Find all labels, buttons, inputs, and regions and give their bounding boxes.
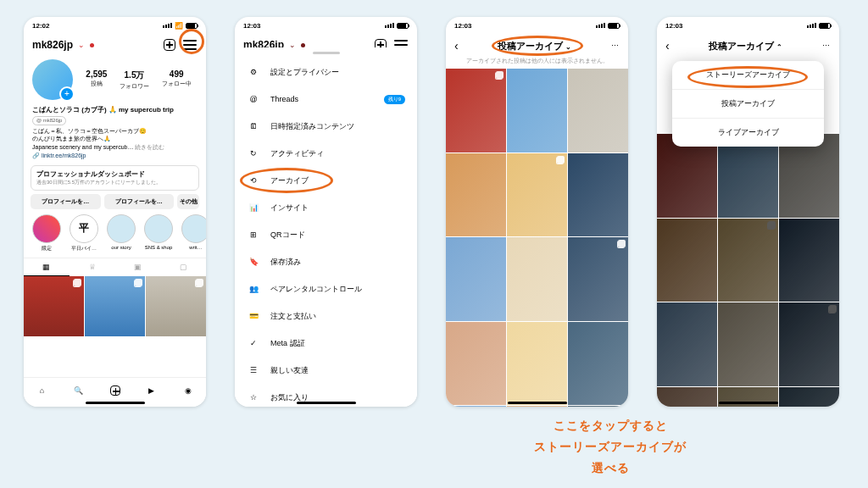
archive-title[interactable]: 投稿アーカイブ ⌃	[675, 40, 817, 53]
qr-icon: ⊞	[247, 228, 260, 241]
clock: 12:02	[32, 22, 49, 30]
share-profile-button[interactable]: プロフィールを…	[104, 194, 175, 209]
bio: こばんとソラコ (カブ子) 🙏 my supercub trip @ mk826…	[24, 103, 206, 162]
archive-thumb[interactable]	[657, 219, 717, 302]
archive-thumb[interactable]	[718, 219, 778, 302]
archive-thumb[interactable]	[779, 302, 839, 386]
menu-activity[interactable]: ↻アクティビティ	[235, 140, 417, 167]
statusbar: 12:02 📶	[24, 17, 206, 34]
verified-icon: ✓	[247, 336, 260, 350]
pro-dashboard[interactable]: プロフェッショナルダッシュボード 過去30日間に5.5万件のアカウントにリーチし…	[31, 165, 199, 191]
archive-thumb[interactable]	[718, 302, 778, 386]
search-icon: 🔍	[71, 383, 86, 398]
archive-thumb[interactable]	[568, 406, 628, 407]
more-button[interactable]: その他	[177, 194, 199, 209]
gear-icon: ⚙	[247, 65, 260, 79]
back-icon[interactable]: ‹	[454, 39, 459, 53]
create-button[interactable]	[162, 37, 177, 53]
threads-icon: @	[247, 92, 260, 106]
menu-orders[interactable]: 💳注文と支払い	[235, 302, 417, 330]
bookmark-icon: 🔖	[247, 255, 260, 269]
stats[interactable]: 2,595投稿 1.5万フォロワー 499フォロー中	[80, 69, 198, 91]
profile-icon: ◉	[181, 383, 196, 398]
archive-thumb[interactable]	[568, 69, 628, 152]
guides-tab-icon: ▣	[115, 258, 161, 276]
screen-profile: 12:02 📶 mk826jp ⌄ 2,595投稿 1.5万フォロワー 499フ…	[24, 17, 206, 407]
more-icon[interactable]: ⋯	[822, 42, 831, 50]
menu-threads[interactable]: @Threads残り9	[235, 86, 417, 113]
archive-thumb[interactable]	[657, 387, 717, 407]
archive-thumb[interactable]	[446, 69, 506, 152]
menu-qr[interactable]: ⊞QRコード	[235, 221, 417, 248]
archive-thumb[interactable]	[507, 406, 567, 407]
profile-header: mk826jp ⌄	[24, 34, 206, 56]
archive-thumb[interactable]	[779, 219, 839, 302]
archive-grid-dim	[657, 134, 839, 407]
menu-button[interactable]	[182, 37, 198, 53]
menu-meta[interactable]: ✓Meta 認証	[235, 330, 417, 357]
menu-sheet: ⚙設定とプライバシー @Threads残り9 🗓日時指定済みコンテンツ ↻アクテ…	[235, 47, 417, 407]
family-icon: 👥	[247, 282, 260, 296]
insights-icon: 📊	[247, 201, 260, 214]
bio-link[interactable]: 🔗 linktr.ee/mk826jp	[32, 152, 86, 158]
archive-thumb[interactable]	[446, 406, 506, 407]
create-icon	[108, 383, 123, 398]
archive-icon: ⟲	[247, 174, 260, 187]
grid-tab-icon: ▦	[24, 258, 70, 276]
archive-subtitle: アーカイブされた投稿は他の人には表示されません。	[446, 58, 628, 69]
archive-thumb[interactable]	[779, 387, 839, 407]
tagged-tab-icon: ▢	[160, 258, 206, 276]
archive-thumb[interactable]	[446, 153, 506, 237]
menu-settings[interactable]: ⚙設定とプライバシー	[235, 58, 417, 86]
screen-archive-dropdown: 12:03 ‹ 投稿アーカイブ ⌃ ⋯ ストーリーズアーカイブ 投稿アーカイブ …	[657, 17, 839, 407]
annotation-caption: ここをタップすると ストーリーズアーカイブが 選べる	[441, 415, 780, 480]
highlights-row[interactable]: 限定 平平日バイ… our story SNS & shop writ…	[24, 209, 206, 258]
archive-thumb[interactable]	[507, 69, 567, 152]
avatar[interactable]	[32, 59, 73, 100]
archive-dropdown: ストーリーズアーカイブ 投稿アーカイブ ライブアーカイブ	[672, 61, 824, 147]
reels-icon: ▶	[144, 383, 159, 398]
archive-grid[interactable]	[446, 69, 628, 407]
menu-saved[interactable]: 🔖保存済み	[235, 248, 417, 275]
menu-archive[interactable]: ⟲アーカイブ	[235, 167, 417, 194]
menu-close-friends[interactable]: ☰親しい友達	[235, 357, 417, 384]
archive-thumb[interactable]	[446, 322, 506, 406]
more-icon[interactable]: ⋯	[611, 42, 620, 50]
card-icon: 💳	[247, 309, 260, 323]
menu-scheduled[interactable]: 🗓日時指定済みコンテンツ	[235, 113, 417, 140]
dropdown-live[interactable]: ライブアーカイブ	[672, 119, 824, 147]
dropdown-posts[interactable]: 投稿アーカイブ	[672, 90, 824, 119]
archive-thumb[interactable]	[507, 322, 567, 406]
username[interactable]: mk826jp	[32, 39, 73, 51]
edit-profile-button[interactable]: プロフィールを…	[31, 194, 101, 209]
archive-thumb[interactable]	[507, 237, 567, 321]
archive-thumb[interactable]	[568, 153, 628, 237]
calendar-icon: 🗓	[247, 119, 260, 133]
chevron-down-icon[interactable]: ⌄	[78, 41, 85, 49]
dropdown-stories[interactable]: ストーリーズアーカイブ	[672, 61, 824, 90]
reels-tab-icon: ♕	[70, 258, 115, 276]
menu-parental[interactable]: 👥ペアレンタルコントロール	[235, 275, 417, 302]
archive-thumb[interactable]	[568, 237, 628, 321]
star-icon: ☆	[247, 391, 260, 404]
profile-tabs[interactable]: ▦ ♕ ▣ ▢	[24, 258, 206, 276]
archive-thumb[interactable]	[568, 322, 628, 406]
archive-thumb[interactable]	[446, 237, 506, 321]
archive-title[interactable]: 投稿アーカイブ ⌄	[464, 40, 606, 53]
chevron-up-icon: ⌃	[776, 43, 782, 51]
notification-dot	[90, 43, 94, 47]
list-icon: ☰	[247, 363, 260, 377]
back-icon[interactable]: ‹	[665, 39, 670, 53]
archive-thumb[interactable]	[657, 302, 717, 386]
archive-thumb[interactable]	[507, 153, 567, 237]
chevron-down-icon: ⌄	[565, 43, 571, 51]
screen-archive: 12:03 ‹ 投稿アーカイブ ⌄ ⋯ アーカイブされた投稿は他の人には表示され…	[446, 17, 628, 407]
menu-insights[interactable]: 📊インサイト	[235, 194, 417, 221]
home-icon: ⌂	[35, 383, 50, 398]
screen-menu: 12:03 mk826jp⌄ ⚙設定とプライバシー @Threads残り9 🗓日…	[235, 17, 417, 407]
activity-icon: ↻	[247, 147, 260, 160]
posts-grid[interactable]	[24, 276, 206, 336]
